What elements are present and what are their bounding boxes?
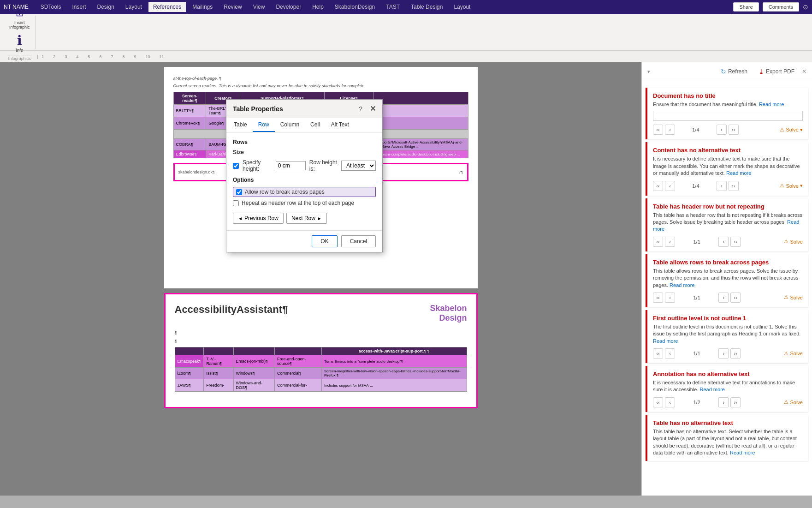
- row-height-dropdown[interactable]: At least Exactly: [341, 161, 376, 171]
- refresh-icon: ↻: [721, 68, 726, 75]
- ribbon-tab-skabelon[interactable]: SkabelonDesign: [330, 2, 379, 12]
- document-area[interactable]: at-the-top-of-each-page. ¶ Current-scree…: [0, 62, 641, 496]
- nav-last-3[interactable]: ››: [730, 237, 741, 247]
- solve-btn-3[interactable]: ⚠ Solve: [784, 239, 803, 245]
- nav-prev-2[interactable]: ‹‹: [653, 181, 663, 191]
- nav-fwd-4[interactable]: ›: [718, 293, 729, 303]
- refresh-label: Refresh: [728, 68, 747, 75]
- nav-back-3[interactable]: ‹: [665, 237, 675, 247]
- ribbon-tab-sdtools[interactable]: SDTools: [36, 2, 66, 12]
- dialog-tab-table[interactable]: Table: [228, 118, 253, 132]
- read-more-link-7[interactable]: Read more: [730, 450, 755, 455]
- nav-fwd-1[interactable]: ›: [717, 125, 727, 135]
- nav-last-1[interactable]: ››: [729, 125, 739, 135]
- document-page-2: AccessibilityAssistant¶ SkabelonDesign ¶…: [164, 293, 478, 408]
- ribbon-tab-design[interactable]: Design: [93, 2, 119, 12]
- insert-icon: ⊞: [12, 6, 27, 20]
- comments-button[interactable]: Comments: [763, 2, 799, 12]
- read-more-link-6[interactable]: Read more: [700, 387, 725, 392]
- nav-count-4: 1/1: [677, 295, 717, 300]
- warning-icon-1: ⚠: [780, 127, 784, 133]
- nav-back-1[interactable]: ‹: [665, 125, 675, 135]
- solve-btn-1[interactable]: ⚠ Solve ▾: [780, 127, 803, 133]
- nav-prev-3[interactable]: ‹‹: [653, 237, 663, 247]
- read-more-link-1[interactable]: Read more: [759, 102, 784, 107]
- nav-fwd-2[interactable]: ›: [717, 181, 727, 191]
- ribbon-tab-layout[interactable]: Layout: [121, 2, 147, 12]
- insert-infographic-button[interactable]: ⊞ InsertInfographic: [7, 4, 32, 31]
- solve-btn-5[interactable]: ⚠ Solve: [784, 351, 803, 357]
- dialog-tab-alttext[interactable]: Alt Text: [326, 118, 355, 132]
- ribbon-tab-layout2[interactable]: Layout: [449, 2, 475, 12]
- issue-header-not-repeating: Table has header row but not repeating T…: [646, 198, 808, 251]
- ribbon-tab-help[interactable]: Help: [308, 2, 328, 12]
- read-more-link-2[interactable]: Read more: [726, 170, 751, 176]
- issue-desc-4: This table allows rows to break across p…: [653, 268, 803, 289]
- nav-back-4[interactable]: ‹: [665, 293, 675, 303]
- dialog-help-button[interactable]: ?: [359, 105, 362, 113]
- nav-last-5[interactable]: ››: [730, 348, 741, 359]
- nav-back-6[interactable]: ‹: [665, 397, 675, 407]
- allow-break-checkbox[interactable]: [236, 189, 242, 195]
- title-bar: NT NAME SDTools Insert Design Layout Ref…: [0, 0, 812, 14]
- height-value-input[interactable]: [276, 161, 306, 170]
- refresh-button[interactable]: ↻ Refresh: [717, 66, 751, 77]
- window-controls: ⊙: [803, 3, 808, 11]
- nav-prev-5[interactable]: ‹‹: [653, 348, 663, 359]
- ribbon: ⊞ InsertInfographic ℹ Info Infographics: [0, 14, 812, 51]
- nav-fwd-5[interactable]: ›: [718, 348, 729, 359]
- th-screenreader: Screen-reader¶: [173, 92, 206, 105]
- ribbon-tab-developer[interactable]: Developer: [271, 2, 306, 12]
- ribbon-tab-mailings[interactable]: Mailings: [188, 2, 217, 12]
- warning-icon-5: ⚠: [784, 351, 788, 357]
- dialog-tab-row[interactable]: Row: [253, 118, 275, 132]
- issue-table-no-alt: Table has no alternative text This table…: [646, 415, 808, 461]
- solve-btn-4[interactable]: ⚠ Solve: [784, 294, 803, 300]
- panel-close-icon[interactable]: ✕: [802, 68, 806, 75]
- read-more-link-4[interactable]: Read more: [670, 282, 694, 288]
- dialog-close-button[interactable]: ✕: [370, 104, 376, 113]
- specify-height-checkbox[interactable]: [233, 163, 239, 169]
- read-more-link-5[interactable]: Read more: [653, 338, 678, 344]
- solve-btn-2[interactable]: ⚠ Solve ▾: [780, 183, 803, 189]
- nav-count-5: 1/1: [677, 351, 717, 356]
- page2-para: ¶: [175, 330, 467, 335]
- panel-header: ▾ ↻ Refresh ⤓ Export PDF ✕: [642, 62, 812, 81]
- ok-button[interactable]: OK: [312, 235, 337, 247]
- ruler: | 1234567891011: [0, 51, 812, 62]
- title-input-field[interactable]: [653, 111, 803, 121]
- solve-btn-6[interactable]: ⚠ Solve: [784, 399, 803, 405]
- nav-prev-4[interactable]: ‹‹: [653, 293, 663, 303]
- nav-back-2[interactable]: ‹: [665, 181, 675, 191]
- nav-last-4[interactable]: ››: [730, 293, 741, 303]
- size-row: Size: [233, 149, 376, 155]
- nav-fwd-3[interactable]: ›: [718, 237, 729, 247]
- ribbon-tab-review[interactable]: Review: [219, 2, 246, 12]
- export-pdf-button[interactable]: ⤓ Export PDF: [755, 66, 798, 77]
- collapse-icon[interactable]: ▾: [647, 69, 650, 75]
- nav-prev-1[interactable]: ‹‹: [653, 125, 663, 135]
- share-button[interactable]: Share: [733, 2, 759, 12]
- prev-row-button[interactable]: ◄ Previous Row: [233, 213, 284, 224]
- issue-nav-1: ‹‹ ‹ 1/4 › ›› ⚠ Solve ▾: [653, 125, 803, 135]
- nav-prev-6[interactable]: ‹‹: [653, 397, 663, 407]
- cancel-button[interactable]: Cancel: [341, 235, 376, 247]
- nav-back-5[interactable]: ‹: [665, 348, 675, 359]
- dialog-footer: OK Cancel: [226, 230, 382, 252]
- ribbon-tab-view[interactable]: View: [249, 2, 270, 12]
- ribbon-tab-insert[interactable]: Insert: [67, 2, 90, 12]
- row-nav-buttons: ◄ Previous Row Next Row ►: [233, 213, 376, 224]
- page2-subtitle: SkabelonDesign: [430, 304, 467, 323]
- footer-text: skabelondesign.dk¶: [178, 170, 215, 174]
- ribbon-tab-table-design[interactable]: Table Design: [406, 2, 447, 12]
- dialog-tab-cell[interactable]: Cell: [305, 118, 326, 132]
- nav-last-6[interactable]: ››: [730, 397, 741, 407]
- dialog-tab-column[interactable]: Column: [275, 118, 305, 132]
- ribbon-tab-tast[interactable]: TAST: [381, 2, 404, 12]
- next-row-button[interactable]: Next Row ►: [286, 213, 327, 224]
- repeat-header-checkbox[interactable]: [233, 200, 239, 206]
- nav-last-2[interactable]: ››: [729, 181, 739, 191]
- ribbon-tab-references[interactable]: References: [148, 2, 186, 12]
- info-button[interactable]: ℹ Info: [8, 31, 30, 55]
- nav-fwd-6[interactable]: ›: [718, 397, 729, 407]
